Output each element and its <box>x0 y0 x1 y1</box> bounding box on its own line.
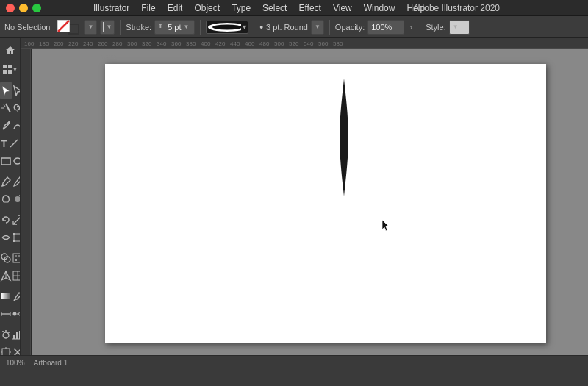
rectangle-icon <box>0 155 12 167</box>
rotate-tool[interactable] <box>0 211 12 229</box>
svg-text:300: 300 <box>127 40 137 47</box>
blob-brush-tool[interactable] <box>12 190 21 208</box>
svg-rect-89 <box>21 49 32 355</box>
warp-tool[interactable] <box>0 229 12 246</box>
separator-5 <box>420 20 420 35</box>
slice-tool[interactable] <box>12 343 21 355</box>
scale-tool[interactable] <box>12 211 21 229</box>
style-dropdown[interactable]: ▼ <box>449 20 470 35</box>
paintbrush-tool[interactable] <box>0 173 12 190</box>
svg-rect-30 <box>15 259 17 261</box>
brush-tool-group <box>0 173 20 190</box>
live-paint-tool[interactable] <box>12 249 21 267</box>
style-dropdown-arrow: ▼ <box>453 24 459 30</box>
measure-tool[interactable] <box>0 305 12 323</box>
ellipse-tool[interactable] <box>12 152 21 170</box>
direct-selection-tool[interactable] <box>12 82 21 99</box>
free-transform-tool[interactable] <box>12 229 21 246</box>
maximize-button[interactable] <box>32 4 41 12</box>
home-button[interactable] <box>1 41 20 59</box>
magic-wand-tool[interactable] <box>0 99 12 117</box>
svg-text:240: 240 <box>83 40 93 47</box>
svg-rect-8 <box>3 70 7 74</box>
shaper-tool[interactable] <box>0 190 12 208</box>
menu-object[interactable]: Object <box>189 1 225 15</box>
artboard[interactable] <box>105 64 546 343</box>
separator-2 <box>200 20 201 35</box>
menu-type[interactable]: Type <box>226 1 256 15</box>
selection-tool[interactable] <box>0 82 12 99</box>
perspective-grid-tool[interactable] <box>0 267 12 285</box>
blend-tool[interactable] <box>12 305 21 323</box>
slice-icon <box>12 346 21 355</box>
svg-text:520: 520 <box>289 40 299 47</box>
lasso-tool[interactable] <box>12 99 21 117</box>
blob-brush-icon <box>12 193 21 205</box>
brush-dropdown-arrow: ▼ <box>315 24 320 30</box>
fill-dropdown[interactable]: ▼ <box>84 20 97 35</box>
mesh-tool[interactable] <box>12 267 21 285</box>
menu-file[interactable]: File <box>136 1 160 15</box>
fill-stroke-selector[interactable] <box>57 18 79 36</box>
stroke-color[interactable] <box>68 24 79 35</box>
stroke-up-down-arrows: ⬆ <box>158 22 165 32</box>
type-tool[interactable]: T <box>0 135 8 152</box>
eyedropper-tool[interactable] <box>12 287 21 305</box>
menu-bar: Illustrator File Edit Object Type Select… <box>88 1 430 15</box>
column-graph-tool[interactable] <box>12 326 21 343</box>
warp-icon <box>0 232 12 243</box>
workspace-layout-button[interactable]: ▼ <box>1 60 20 78</box>
line-tool[interactable] <box>8 135 20 152</box>
free-transform-icon <box>12 232 21 243</box>
opacity-expand-button[interactable]: › <box>407 23 415 32</box>
svg-rect-35 <box>1 293 10 299</box>
lasso-icon <box>12 102 21 114</box>
workspace-arrow: ▼ <box>12 66 18 73</box>
dot-indicator: • <box>259 21 263 33</box>
svg-rect-7 <box>8 65 12 68</box>
svg-text:420: 420 <box>215 40 226 47</box>
curvature-tool[interactable] <box>12 117 21 135</box>
pencil-tool[interactable] <box>12 173 21 190</box>
close-button[interactable] <box>6 4 15 12</box>
menu-window[interactable]: Window <box>359 1 401 15</box>
minimize-button[interactable] <box>19 4 28 12</box>
svg-point-43 <box>3 332 9 338</box>
status-bar: 100% Artboard 1 <box>0 355 588 370</box>
svg-line-12 <box>4 104 5 107</box>
opacity-control[interactable]: 100% <box>368 20 404 35</box>
gradient-tool[interactable] <box>0 287 12 305</box>
scale-icon <box>12 214 21 226</box>
brush-dropdown[interactable]: ▼ <box>311 20 324 35</box>
perspective-tool-group <box>0 267 20 285</box>
menu-edit[interactable]: Edit <box>162 1 188 15</box>
canvas[interactable]: none <box>32 49 588 355</box>
paintbrush-icon <box>0 176 12 187</box>
shape-builder-tool[interactable] <box>0 249 12 267</box>
line-icon <box>8 137 20 149</box>
svg-line-10 <box>6 104 10 112</box>
brush-stroke <box>337 79 351 196</box>
brush-shape-preview[interactable]: ▼ <box>206 21 248 34</box>
curvature-icon <box>12 120 21 132</box>
layout-icon <box>2 64 12 74</box>
menu-illustrator[interactable]: Illustrator <box>88 1 135 15</box>
menu-select[interactable]: Select <box>257 1 292 15</box>
svg-text:340: 340 <box>157 40 167 47</box>
svg-text:220: 220 <box>68 40 79 47</box>
menu-view[interactable]: View <box>328 1 357 15</box>
stroke-weight-control[interactable]: ⬆ 5 pt ▼ <box>154 20 195 35</box>
svg-text:460: 460 <box>245 40 255 47</box>
style-label: Style: <box>426 23 446 32</box>
artboard-tool[interactable] <box>0 343 12 355</box>
rectangle-tool[interactable] <box>0 152 12 170</box>
symbol-sprayer-tool[interactable] <box>0 326 12 343</box>
pen-tool[interactable] <box>0 117 12 135</box>
selection-tool-group <box>0 82 20 99</box>
stroke-weight-arrow: ▼ <box>184 24 190 30</box>
menu-effect[interactable]: Effect <box>293 1 326 15</box>
stroke-panel-button[interactable]: ▼ <box>100 20 115 35</box>
zoom-level: 100% <box>6 359 25 367</box>
shaper-tool-group <box>0 190 20 208</box>
opacity-label: Opacity: <box>335 23 365 32</box>
